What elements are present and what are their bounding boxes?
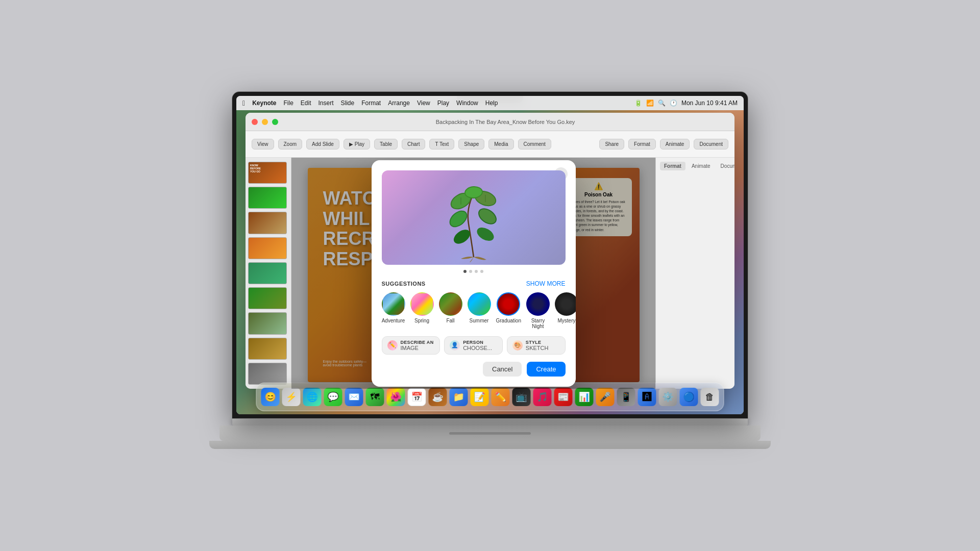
slide-thumb-9[interactable] [248, 363, 287, 385]
describe-image-input[interactable]: ✏️ DESCRIBE AN IMAGE [382, 336, 440, 355]
suggestion-summer[interactable]: Summer [468, 292, 491, 329]
slide-thumb-7[interactable] [248, 312, 287, 334]
dock-music[interactable]: 🎵 [533, 387, 552, 407]
svg-point-19 [474, 224, 496, 243]
slide-thumb-8[interactable] [248, 338, 287, 360]
battery-icon: 🔋 [634, 99, 642, 107]
menu-help[interactable]: Help [485, 99, 498, 107]
suggestions-header: SUGGESTIONS SHOW MORE [382, 280, 566, 287]
format-tab-document[interactable]: Document [717, 162, 734, 170]
toolbar-share[interactable]: Share [599, 139, 624, 149]
toolbar-chart[interactable]: Chart [402, 139, 425, 149]
menu-edit[interactable]: Edit [301, 99, 311, 107]
dock-sketch[interactable]: ✏️ [491, 387, 510, 407]
show-more-button[interactable]: SHOW MORE [526, 280, 566, 287]
slide-thumb-1[interactable]: KNOWBEFOREYOU GO [248, 162, 287, 184]
dock-screentime[interactable]: 🔵 [679, 387, 699, 407]
minimize-button[interactable] [262, 119, 268, 125]
slide-thumb-2[interactable] [248, 187, 287, 209]
dock-keynote[interactable]: 🎤 [596, 387, 615, 407]
toolbar-media[interactable]: Media [488, 139, 513, 149]
dock-app9[interactable]: ☕ [428, 387, 448, 407]
toolbar-add-slide[interactable]: Add Slide [306, 139, 339, 149]
toolbar-comment[interactable]: Comment [518, 139, 551, 149]
toolbar-text[interactable]: T Text [429, 139, 454, 149]
slide-thumb-3[interactable] [248, 212, 287, 234]
dot-3[interactable] [475, 270, 478, 273]
describe-label-bottom: IMAGE [401, 345, 434, 351]
dot-4[interactable] [480, 270, 483, 273]
menu-view[interactable]: View [417, 99, 430, 107]
suggestion-adventure[interactable]: Adventure [382, 292, 405, 329]
person-labels: PERSON CHOOSE... [463, 340, 492, 351]
menu-file[interactable]: File [283, 99, 293, 107]
suggestion-label-fall: Fall [446, 318, 454, 323]
suggestion-starry-night[interactable]: Starry Night [526, 292, 550, 329]
close-button[interactable] [252, 119, 258, 125]
menu-slide[interactable]: Slide [341, 99, 355, 107]
describe-label-top: DESCRIBE AN [401, 340, 434, 345]
dock-mail[interactable]: ✉️ [345, 387, 364, 407]
dock-messages[interactable]: 💬 [324, 387, 343, 407]
app-menu-keynote[interactable]: Keynote [252, 99, 276, 107]
dock-photos[interactable]: 🌺 [386, 387, 406, 407]
toolbar-format[interactable]: Format [628, 139, 656, 149]
dock-finder[interactable]: 😊 [261, 387, 280, 407]
wifi-icon: 📶 [646, 99, 654, 107]
dock-maps[interactable]: 🗺 [365, 387, 385, 407]
toolbar-document[interactable]: Document [694, 139, 728, 149]
toolbar-animate[interactable]: Animate [660, 139, 690, 149]
suggestion-fall[interactable]: Fall [439, 292, 462, 329]
suggestion-label-summer: Summer [470, 318, 489, 323]
suggestion-mystery[interactable]: Mystery [555, 292, 576, 329]
toolbar-play[interactable]: ▶ Play [344, 139, 370, 149]
dock-numbers[interactable]: 📊 [575, 387, 594, 407]
suggestion-graduation[interactable]: Graduation [496, 292, 521, 329]
dock-launchpad[interactable]: ⚡ [282, 387, 301, 407]
maximize-button[interactable] [272, 119, 278, 125]
suggestion-spring[interactable]: Spring [410, 292, 434, 329]
plant-illustration-svg [440, 173, 507, 262]
slide-panel[interactable]: KNOWBEFOREYOU GO [246, 158, 291, 389]
menu-format[interactable]: Format [361, 99, 381, 107]
dot-2[interactable] [469, 270, 472, 273]
create-button[interactable]: Create [527, 362, 565, 377]
window-toolbar: View Zoom Add Slide ▶ Play Table Chart T… [246, 131, 734, 158]
search-icon[interactable]: 🔍 [658, 99, 666, 107]
apple-menu[interactable]:  [242, 99, 245, 107]
image-preview [382, 170, 566, 265]
ai-image-dialog: ••• [372, 160, 576, 387]
menu-window[interactable]: Window [456, 99, 478, 107]
window-title: Backpacking In The Bay Area_Know Before … [282, 119, 728, 125]
dock-appstore[interactable]: 🅰 [638, 387, 657, 407]
style-label-bottom: SKETCH [526, 345, 549, 351]
dock-trash[interactable]: 🗑 [700, 387, 720, 407]
dock-safari[interactable]: 🌐 [303, 387, 322, 407]
menu-play[interactable]: Play [437, 99, 449, 107]
slide-thumb-5[interactable] [248, 262, 287, 284]
toolbar-table[interactable]: Table [374, 139, 398, 149]
format-tab-format[interactable]: Format [660, 162, 685, 170]
cancel-button[interactable]: Cancel [483, 362, 522, 377]
slide-thumb-4[interactable] [248, 237, 287, 259]
dock-mirror[interactable]: 📱 [617, 387, 636, 407]
dock-tv[interactable]: 📺 [512, 387, 531, 407]
dot-1[interactable] [463, 270, 467, 273]
slide-thumb-6[interactable] [248, 287, 287, 309]
menu-bar:  Keynote File Edit Insert Slide Format … [236, 96, 744, 110]
person-input[interactable]: 👤 PERSON CHOOSE... [444, 336, 503, 355]
suggestion-label-starry-night: Starry Night [526, 318, 550, 329]
toolbar-view[interactable]: View [252, 139, 274, 149]
menu-arrange[interactable]: Arrange [388, 99, 410, 107]
format-tab-animate[interactable]: Animate [688, 162, 715, 170]
dock-calendar[interactable]: 📅 [407, 387, 427, 407]
dock-settings[interactable]: ⚙️ [658, 387, 678, 407]
dock-notes[interactable]: 📝 [470, 387, 489, 407]
toolbar-zoom[interactable]: Zoom [278, 139, 303, 149]
suggestion-label-mystery: Mystery [557, 318, 575, 323]
dock-files[interactable]: 📁 [449, 387, 469, 407]
toolbar-shape[interactable]: Shape [458, 139, 484, 149]
menu-insert[interactable]: Insert [318, 99, 334, 107]
dock-news[interactable]: 📰 [554, 387, 573, 407]
style-input[interactable]: 🎨 STYLE SKETCH [507, 336, 566, 355]
